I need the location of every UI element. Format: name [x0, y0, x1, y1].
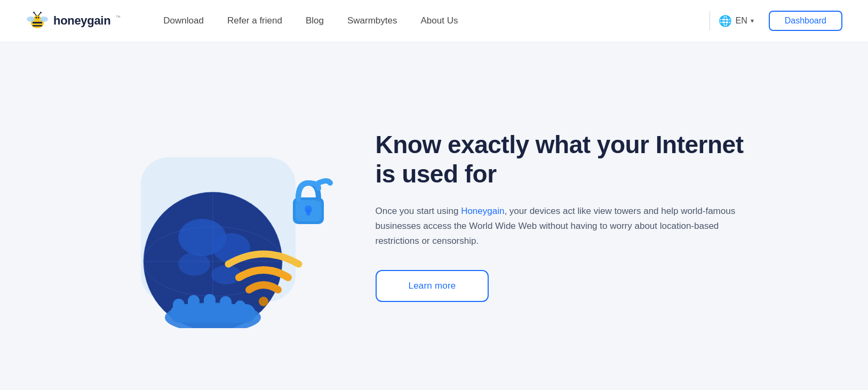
chevron-down-icon: ▾ [751, 17, 754, 25]
svg-rect-2 [33, 25, 42, 27]
svg-point-5 [34, 15, 41, 21]
nav-right: 🌐 EN ▾ Dashboard [719, 11, 842, 31]
language-label: EN [735, 16, 747, 26]
svg-rect-28 [235, 300, 245, 313]
nav-item-swarmbytes[interactable]: Swarmbytes [347, 15, 397, 26]
svg-line-8 [34, 13, 36, 15]
nav-links: Download Refer a friend Blog Swarmbytes … [163, 15, 701, 26]
hero-illustration-svg [109, 104, 333, 328]
nav-item-download[interactable]: Download [163, 15, 204, 26]
logo[interactable]: honeygain ™ [26, 10, 121, 31]
svg-point-9 [33, 12, 35, 13]
svg-point-7 [38, 17, 39, 19]
logo-bee-icon [26, 10, 49, 31]
hero-description: Once you start using Honeygain, your dev… [376, 204, 738, 249]
nav-item-blog[interactable]: Blog [306, 15, 324, 26]
svg-point-11 [40, 12, 42, 13]
language-selector[interactable]: 🌐 EN ▾ [719, 14, 753, 27]
svg-rect-24 [173, 299, 185, 315]
hero-illustration [109, 104, 333, 328]
svg-point-29 [259, 297, 268, 306]
nav-item-about[interactable]: About Us [420, 15, 458, 26]
svg-rect-26 [204, 294, 216, 310]
dashboard-button[interactable]: Dashboard [769, 11, 842, 31]
hero-content: Know exactly what your Internet is used … [376, 130, 760, 303]
hero-desc-start: Once you start using [376, 206, 461, 216]
nav-divider [710, 11, 710, 30]
hero-section: Know exactly what your Internet is used … [0, 42, 868, 390]
learn-more-button[interactable]: Learn more [376, 270, 489, 302]
navbar: honeygain ™ Download Refer a friend Blog… [0, 0, 868, 42]
hero-title: Know exactly what your Internet is used … [376, 130, 760, 189]
nav-item-refer[interactable]: Refer a friend [227, 15, 282, 26]
svg-rect-33 [306, 209, 310, 216]
logo-text: honeygain [53, 14, 110, 28]
svg-rect-1 [33, 22, 42, 23]
svg-point-6 [36, 17, 37, 19]
svg-rect-25 [188, 295, 200, 311]
svg-point-3 [27, 17, 35, 22]
globe-icon: 🌐 [719, 14, 732, 27]
svg-point-16 [178, 252, 210, 276]
svg-line-10 [38, 13, 41, 15]
svg-point-4 [39, 17, 48, 22]
svg-rect-27 [220, 296, 232, 311]
hero-brand-link[interactable]: Honeygain [461, 206, 504, 216]
